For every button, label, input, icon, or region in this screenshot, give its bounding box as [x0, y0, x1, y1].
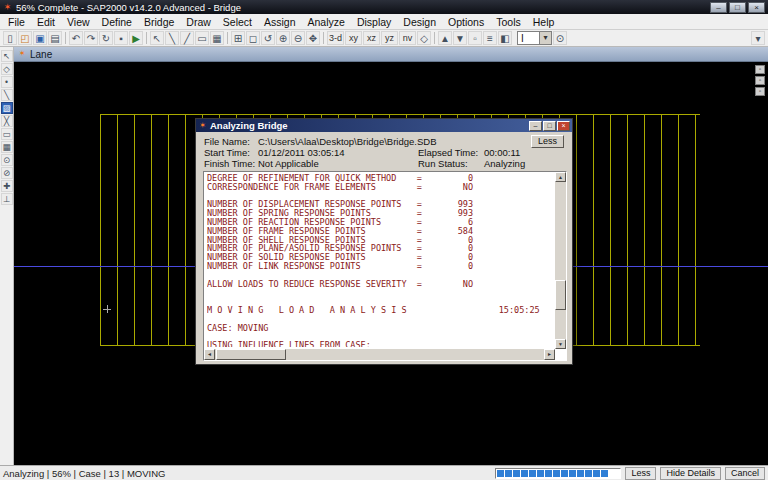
dialog-less-button[interactable]: Less	[531, 135, 564, 148]
new-model-icon[interactable]: ▯	[3, 31, 17, 45]
progress-segment	[497, 470, 504, 477]
toolbar-separator	[65, 32, 66, 44]
left-pointer-icon[interactable]: ↖	[1, 50, 13, 62]
output-horizontal-scrollbar[interactable]: ◄ ►	[204, 349, 555, 360]
menu-draw[interactable]: Draw	[180, 16, 217, 28]
rubber-band-zoom-icon[interactable]: ⊞	[231, 31, 245, 45]
perspective-icon[interactable]: ◇	[417, 31, 431, 45]
finish-time-label: Finish Time:	[204, 158, 255, 169]
scroll-down-icon[interactable]: ▼	[555, 339, 566, 349]
section-combo[interactable]: I ▾	[517, 31, 552, 45]
window-title: 56% Complete - SAP2000 v14.2.0 Advanced …	[16, 2, 710, 13]
snap-icon[interactable]: ⊙	[553, 31, 567, 45]
up-gridline-icon[interactable]: ▲	[438, 31, 452, 45]
lock-model-icon[interactable]: ▪	[114, 31, 128, 45]
dialog-icon: ✶	[198, 121, 207, 130]
left-snap-intersections-icon[interactable]: ✚	[1, 180, 13, 192]
view-yz-button[interactable]: yz	[381, 31, 398, 45]
app-icon: ✶	[2, 2, 13, 13]
dialog-maximize-button[interactable]: □	[543, 121, 556, 131]
scroll-left-icon[interactable]: ◄	[204, 349, 215, 360]
progress-segment	[601, 470, 608, 477]
zoom-in-icon[interactable]: ⊕	[276, 31, 290, 45]
scroll-up-icon[interactable]: ▲	[555, 172, 566, 182]
start-time-label: Start Time:	[204, 147, 250, 158]
menu-edit[interactable]: Edit	[31, 16, 61, 28]
left-draw-area-icon[interactable]: ▭	[1, 128, 13, 140]
display-options-icon[interactable]: ≡	[483, 31, 497, 45]
progress-segment	[505, 470, 512, 477]
set-view-icon[interactable]: ◧	[498, 31, 512, 45]
view-nv-button[interactable]: nv	[399, 31, 416, 45]
horizontal-scroll-thumb[interactable]	[216, 349, 286, 360]
quick-draw-frame-icon[interactable]: ╱	[180, 31, 194, 45]
down-gridline-icon[interactable]: ▼	[453, 31, 467, 45]
left-snap-joints-icon[interactable]: ⊙	[1, 154, 13, 166]
elapsed-time-value: 00:00:11	[484, 147, 520, 158]
menu-help[interactable]: Help	[527, 16, 561, 28]
menu-define[interactable]: Define	[96, 16, 138, 28]
toolbar-separator	[323, 32, 324, 44]
left-draw-braces-icon[interactable]: ╳	[1, 115, 13, 127]
draw-frame-icon[interactable]: ╲	[165, 31, 179, 45]
left-quick-draw-frame-icon[interactable]: ▨	[1, 102, 13, 114]
menu-assign[interactable]: Assign	[258, 16, 302, 28]
maximize-button[interactable]: □	[729, 2, 746, 13]
mini-toolbar-button-1[interactable]: ▫	[755, 65, 765, 74]
main-toolbar: ▯ ◰ ▣ ▤ ↶ ↷ ↻ ▪ ▶ ↖ ╲ ╱ ▭ ▦ ⊞ ◻ ↺ ⊕ ⊖ ✥ …	[0, 30, 768, 47]
print-icon[interactable]: ▤	[48, 31, 62, 45]
view-3d-button[interactable]: 3-d	[327, 31, 344, 45]
run-status-value: Analyzing	[484, 158, 525, 169]
section-combo-arrow-icon[interactable]: ▾	[539, 31, 552, 45]
hide-details-button[interactable]: Hide Details	[660, 467, 721, 480]
menu-bridge[interactable]: Bridge	[138, 16, 180, 28]
left-select-poly-icon[interactable]: ◇	[1, 63, 13, 75]
menu-options[interactable]: Options	[442, 16, 490, 28]
previous-zoom-icon[interactable]: ↺	[261, 31, 275, 45]
scroll-right-icon[interactable]: ►	[544, 349, 555, 360]
menu-file[interactable]: File	[2, 16, 31, 28]
restore-full-view-icon[interactable]: ◻	[246, 31, 260, 45]
menu-view[interactable]: View	[61, 16, 96, 28]
left-snap-perpendicular-icon[interactable]: ⊥	[1, 193, 13, 205]
left-draw-frame-icon[interactable]: ╲	[1, 89, 13, 101]
zoom-out-icon[interactable]: ⊖	[291, 31, 305, 45]
mini-toolbar-button-2[interactable]: ▫	[755, 76, 765, 85]
minimize-button[interactable]: –	[710, 2, 727, 13]
dialog-titlebar: ✶ Analyzing Bridge – □ ×	[196, 119, 572, 132]
quick-draw-area-icon[interactable]: ▦	[210, 31, 224, 45]
menu-analyze[interactable]: Analyze	[302, 16, 351, 28]
output-vertical-scrollbar[interactable]: ▲ ▼	[555, 172, 566, 349]
refresh-window-icon[interactable]: ↻	[99, 31, 113, 45]
left-quick-draw-area-icon[interactable]: ▦	[1, 141, 13, 153]
undo-icon[interactable]: ↶	[69, 31, 83, 45]
menu-design[interactable]: Design	[397, 16, 442, 28]
run-analysis-icon[interactable]: ▶	[129, 31, 143, 45]
open-model-icon[interactable]: ◰	[18, 31, 32, 45]
draw-area-icon[interactable]: ▭	[195, 31, 209, 45]
toolbar-separator	[227, 32, 228, 44]
progress-segment	[585, 470, 592, 477]
toolbar-more-icon[interactable]: ▾	[751, 31, 765, 45]
progress-segment	[561, 470, 568, 477]
shrink-objects-icon[interactable]: ▫	[468, 31, 482, 45]
save-model-icon[interactable]: ▣	[33, 31, 47, 45]
vertical-scroll-thumb[interactable]	[555, 280, 566, 310]
left-draw-joint-icon[interactable]: •	[1, 76, 13, 88]
menu-select[interactable]: Select	[217, 16, 258, 28]
dialog-close-button[interactable]: ×	[557, 121, 570, 131]
view-xy-button[interactable]: xy	[345, 31, 362, 45]
elapsed-time-label: Elapsed Time:	[418, 147, 478, 158]
status-less-button[interactable]: Less	[625, 467, 656, 480]
close-button[interactable]: ×	[748, 2, 765, 13]
pointer-icon[interactable]: ↖	[150, 31, 164, 45]
menu-display[interactable]: Display	[351, 16, 397, 28]
redo-icon[interactable]: ↷	[84, 31, 98, 45]
pan-icon[interactable]: ✥	[306, 31, 320, 45]
dialog-minimize-button[interactable]: –	[529, 121, 542, 131]
view-xz-button[interactable]: xz	[363, 31, 380, 45]
menu-tools[interactable]: Tools	[490, 16, 527, 28]
mini-toolbar-button-3[interactable]: ▫	[755, 87, 765, 96]
left-snap-midpoints-icon[interactable]: ⊘	[1, 167, 13, 179]
cancel-button[interactable]: Cancel	[725, 467, 765, 480]
